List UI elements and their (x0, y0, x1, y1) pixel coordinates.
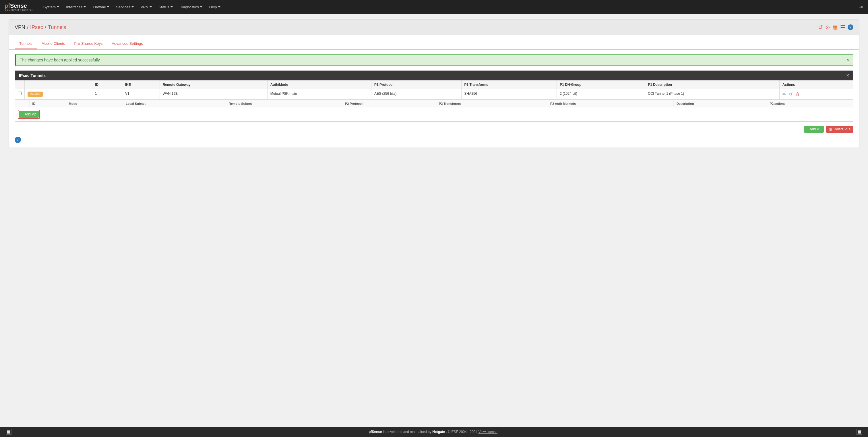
sub-col-p2-protocol: P2 Protocol (342, 100, 436, 107)
sub-table-head: ID Mode Local Subnet Remote Subnet P2 Pr… (15, 100, 853, 107)
breadcrumb-tunnels[interactable]: Tunnels (48, 24, 66, 30)
list-icon[interactable]: ☰ (840, 24, 845, 31)
col-p1-dh-group: P1 DH-Group (557, 81, 645, 89)
tab-pre-shared-keys-link[interactable]: Pre-Shared Keys (69, 38, 107, 50)
navbar-nav: System Interfaces Firewall Services (40, 3, 859, 11)
tunnel-checkbox-cell (15, 89, 25, 100)
delete-p1s-label: Delete P1s (834, 127, 850, 131)
nav-services-label: Services (116, 5, 130, 9)
tunnel-edit-icon[interactable]: ✏ (782, 92, 786, 97)
breadcrumb-vpn: VPN (14, 24, 25, 30)
col-actions: Actions (779, 81, 853, 89)
help-icon[interactable]: ? (848, 24, 854, 30)
tunnel-p1-dh-group: 2 (1024 bit) (557, 89, 645, 100)
tab-mobile-clients[interactable]: Mobile Clients (37, 38, 70, 49)
tunnel-remote-gateway: WAN 193. (160, 89, 267, 100)
nav-firewall[interactable]: Firewall (90, 3, 112, 11)
table-section-header: IPsec Tunnels × (15, 71, 853, 81)
tunnel-ike: V1 (122, 89, 160, 100)
tab-pre-shared-keys[interactable]: Pre-Shared Keys (69, 38, 107, 49)
sub-col-p2-actions: P2 actions (767, 100, 853, 107)
tunnels-table-body: Disable 1 V1 WAN 193. Mutual PSK main AE… (15, 89, 853, 100)
nav-help-label: Help (209, 5, 217, 9)
nav-help-link[interactable]: Help (206, 3, 223, 11)
nav-vpn-link[interactable]: VPN (138, 3, 155, 11)
tab-tunnels-link[interactable]: Tunnels (14, 38, 37, 50)
disable-button[interactable]: Disable (28, 92, 43, 97)
tunnel-copy-icon[interactable]: ⧉ (789, 92, 792, 97)
col-p1-description: P1 Description (645, 81, 780, 89)
col-ike: IKE (122, 81, 160, 89)
nav-interfaces-link[interactable]: Interfaces (63, 3, 89, 11)
sub-col-empty (15, 100, 29, 107)
tunnels-table-head: ID IKE Remote Gateway Auth/Mode P1 Proto… (15, 81, 853, 89)
nav-status[interactable]: Status (156, 3, 176, 11)
tab-advanced-settings[interactable]: Advanced Settings (107, 38, 147, 49)
refresh-icon[interactable]: ↺ (818, 24, 823, 31)
col-p1-transforms: P1 Transforms (461, 81, 557, 89)
table-row: Disable 1 V1 WAN 193. Mutual PSK main AE… (15, 89, 853, 100)
nav-vpn[interactable]: VPN (138, 3, 155, 11)
nav-status-label: Status (159, 5, 169, 9)
navbar-right: ⇥ (859, 3, 863, 10)
nav-services[interactable]: Services (113, 3, 136, 11)
bottom-actions: + Add P1 🗑 Delete P1s (14, 126, 854, 133)
sub-col-id: ID (29, 100, 66, 107)
add-p1-button[interactable]: + Add P1 (804, 126, 824, 133)
tunnel-p1-protocol: AES (256 bits) (371, 89, 461, 100)
brand-logo: pfSense COMMUNITY EDITION (5, 3, 34, 11)
nav-status-caret (170, 6, 173, 7)
tunnel-p1-description: OCI Tunnel 1 (Phase 1) (645, 89, 780, 100)
nav-diagnostics[interactable]: Diagnostics (177, 3, 205, 11)
delete-p1s-button[interactable]: 🗑 Delete P1s (826, 126, 854, 133)
alert-message: The changes have been applied successful… (20, 58, 100, 62)
col-auth-mode: Auth/Mode (267, 81, 371, 89)
info-icon[interactable]: i (14, 137, 21, 143)
nav-status-link[interactable]: Status (156, 3, 176, 11)
tunnel-delete-icon[interactable]: 🗑 (795, 92, 800, 97)
stop-icon[interactable]: ⊙ (825, 24, 830, 31)
page-header-icons: ↺ ⊙ ▦ ☰ ? (818, 24, 854, 31)
tunnels-table: ID IKE Remote Gateway Auth/Mode P1 Proto… (15, 81, 853, 100)
logo-pf: pf (5, 3, 10, 9)
add-p2-cell: + Add P2 (15, 107, 853, 121)
sub-table: ID Mode Local Subnet Remote Subnet P2 Pr… (15, 100, 853, 121)
chart-icon[interactable]: ▦ (832, 24, 838, 31)
sub-col-p2-transforms: P2 Transforms (436, 100, 547, 107)
nav-services-caret (131, 6, 134, 7)
col-remote-gateway: Remote Gateway (160, 81, 267, 89)
tunnel-actions: ✏ ⧉ 🗑 (779, 89, 853, 100)
nav-system-link[interactable]: System (40, 3, 62, 11)
sub-table-add-row: + Add P2 (15, 107, 853, 121)
nav-firewall-link[interactable]: Firewall (90, 3, 112, 11)
nav-help[interactable]: Help (206, 3, 223, 11)
alert-close-button[interactable]: × (846, 57, 849, 63)
sub-col-remote-subnet: Remote Subnet (226, 100, 342, 107)
tab-advanced-settings-link[interactable]: Advanced Settings (107, 38, 147, 50)
logout-button[interactable]: ⇥ (859, 4, 863, 10)
nav-firewall-label: Firewall (93, 5, 105, 9)
tunnel-checkbox[interactable] (18, 92, 22, 95)
sub-table-header-row: ID Mode Local Subnet Remote Subnet P2 Pr… (15, 100, 853, 107)
breadcrumb-sep-1: / (27, 24, 28, 30)
content-area: The changes have been applied successful… (9, 50, 859, 148)
logo-sub: COMMUNITY EDITION (5, 9, 34, 11)
section-close-icon[interactable]: × (846, 73, 849, 78)
nav-diagnostics-label: Diagnostics (180, 5, 199, 9)
nav-interfaces[interactable]: Interfaces (63, 3, 89, 11)
nav-diagnostics-link[interactable]: Diagnostics (177, 3, 205, 11)
add-p2-button[interactable]: + Add P2 (19, 111, 39, 118)
breadcrumb-ipsec[interactable]: IPsec (30, 24, 43, 30)
tunnels-table-header-row: ID IKE Remote Gateway Auth/Mode P1 Proto… (15, 81, 853, 89)
nav-system[interactable]: System (40, 3, 62, 11)
tab-mobile-clients-link[interactable]: Mobile Clients (37, 38, 70, 50)
tab-tunnels[interactable]: Tunnels (14, 38, 37, 49)
ipsec-tunnels-section: IPsec Tunnels × ID IKE Remote Gateway Au… (14, 70, 854, 122)
nav-system-caret (57, 6, 59, 7)
col-checkbox (15, 81, 25, 89)
sub-col-mode: Mode (66, 100, 123, 107)
nav-system-label: System (43, 5, 56, 9)
nav-services-link[interactable]: Services (113, 3, 136, 11)
alert-success: The changes have been applied successful… (14, 54, 854, 66)
tabs-list: Tunnels Mobile Clients Pre-Shared Keys A… (14, 38, 854, 50)
